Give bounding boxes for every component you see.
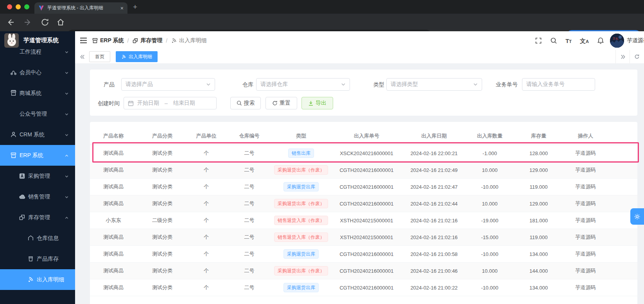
search-icon[interactable]: [550, 37, 557, 44]
minimize-window-icon[interactable]: [16, 4, 21, 9]
notification-bell-icon[interactable]: [597, 37, 604, 44]
column-header: 出入库数量: [463, 127, 516, 145]
start-date-placeholder[interactable]: 开始日期: [137, 100, 159, 107]
zoom-window-icon[interactable]: [24, 4, 29, 9]
table-row[interactable]: 测试商品测试分类个二号销售出库XSCK202402160000012024-02…: [90, 145, 637, 162]
cell: 芋道源码: [561, 279, 610, 296]
sidebar-item-7[interactable]: 销售管理: [0, 186, 75, 207]
cell: CGTH20240216000001: [328, 279, 405, 296]
product-select[interactable]: 请选择产品: [121, 78, 215, 91]
browser-tabstrip: 芋道管理系统 - 出入库明细 × +: [0, 0, 644, 14]
table-row[interactable]: 测试商品测试分类个二号采购退货出库（作废）CGTH202402160000012…: [90, 263, 637, 279]
font-size-icon[interactable]: TT: [565, 38, 572, 44]
chevron-up-icon: [65, 154, 69, 158]
breadcrumb-separator: /: [127, 38, 129, 44]
created-time-label: 创建时间: [98, 97, 120, 109]
sidebar-item-10[interactable]: 产品库存: [0, 249, 75, 269]
cell: [610, 145, 637, 162]
window-controls[interactable]: [7, 4, 29, 9]
browser-tab[interactable]: 芋道管理系统 - 出入库明细 ×: [34, 2, 127, 14]
type-tag-cell: 销售出库: [274, 145, 328, 162]
refresh-icon: [272, 100, 278, 106]
date-range-input[interactable]: 开始日期 – 结束日期: [124, 97, 217, 109]
cell: 小东东: [90, 212, 137, 229]
tab-stock-record[interactable]: 出入库明细: [116, 51, 158, 62]
cell: 测试分类: [137, 145, 188, 162]
forward-icon[interactable]: [23, 18, 32, 27]
sidebar-item-5[interactable]: ERP 系统: [0, 145, 75, 166]
type-tag-cell: 销售退货入库（作废）: [274, 229, 328, 246]
table-row[interactable]: 测试商品测试分类个二号采购退货出库CGTH202402160000012024-…: [90, 246, 637, 263]
warehouse-select[interactable]: 请选择仓库: [256, 78, 350, 91]
cell: 测试商品: [90, 229, 137, 246]
app-title: 芋道管理系统: [23, 37, 59, 44]
sale-icon: [19, 193, 25, 200]
type-select[interactable]: 请选择类型: [386, 78, 482, 91]
breadcrumb-item-record: 出入库明细: [171, 37, 206, 44]
cell: 二号: [225, 229, 274, 246]
app-logo-avatar: [4, 33, 19, 48]
export-button[interactable]: 导出: [301, 97, 333, 109]
home-icon[interactable]: [56, 18, 65, 27]
bizno-input[interactable]: 请输入业务单号: [522, 78, 595, 91]
new-tab-icon[interactable]: +: [133, 3, 137, 11]
type-tag-cell: 销售退货入库（作废）: [274, 212, 328, 229]
stock-icon: [19, 214, 25, 221]
cell: 2024-02-16 21:00:46: [405, 263, 463, 279]
table-row[interactable]: 小东东二级分类个二号销售退货入库（作废）XSTH2024021500000120…: [90, 212, 637, 229]
tab-refresh-icon[interactable]: [630, 50, 644, 63]
type-tag-cell: 采购退货出库: [274, 246, 328, 263]
type-tag-cell: 采购退货出库（作废）: [274, 263, 328, 279]
user-menu[interactable]: 文化 芋道源码: [610, 31, 644, 50]
sidebar-item-1[interactable]: 会员中心: [0, 62, 75, 83]
sidebar-item-8[interactable]: 库存管理: [0, 207, 75, 228]
table-row[interactable]: 测试商品测试分类个二号采购退货出库（作废）CGTH202402160000012…: [90, 162, 637, 179]
cell: [610, 162, 637, 179]
breadcrumb-item-erp[interactable]: ERP 系统: [92, 37, 124, 44]
breadcrumb-item-stock[interactable]: 库存管理: [132, 37, 162, 44]
menu-fold-icon[interactable]: [80, 37, 87, 44]
cell: 芋道源码: [561, 229, 610, 246]
type-tag: 采购退货出库（作废）: [274, 165, 328, 175]
table-row[interactable]: 测试商品测试分类个二号销售退货入库（作废）XSTH202402150000012…: [90, 229, 637, 246]
tab-close-icon[interactable]: ×: [120, 5, 124, 11]
cell: 芋道源码: [561, 195, 610, 212]
cell: 二号: [225, 179, 274, 195]
sidebar-item-6[interactable]: 采购管理: [0, 166, 75, 186]
cell: 测试分类: [137, 246, 188, 263]
sidebar-item-9[interactable]: 仓库信息: [0, 228, 75, 249]
locale-icon[interactable]: 文A: [580, 38, 589, 44]
table-row[interactable]: 测试商品测试分类个二号采购退货出库CGTH202402160000012024-…: [90, 179, 637, 195]
sidebar-item-4[interactable]: CRM 系统: [0, 124, 75, 145]
close-window-icon[interactable]: [7, 4, 12, 9]
cell: [610, 229, 637, 246]
table-row[interactable]: 测试商品测试分类个二号采购退货出库（作废）CGTH202402160000012…: [90, 195, 637, 212]
filter-panel: 产品 请选择产品 仓库 请选择仓库 类型 请选择类型 业务单号 请输入业务单号 …: [90, 70, 637, 116]
calendar-icon: [128, 100, 134, 106]
tabs-scroll-left-icon[interactable]: [77, 50, 88, 63]
search-button[interactable]: 搜索: [230, 97, 261, 109]
type-tag: 采购退货出库: [283, 283, 319, 292]
sidebar-item-label: 采购管理: [28, 173, 50, 180]
chevron-down-icon: [65, 133, 69, 137]
tabs-scroll-right-icon[interactable]: [615, 50, 630, 63]
floating-settings-button[interactable]: [630, 208, 644, 225]
record-icon: [27, 276, 34, 283]
reload-icon[interactable]: [41, 18, 49, 27]
reset-button[interactable]: 重置: [265, 97, 297, 109]
column-header: 库存量: [516, 127, 561, 145]
table-row[interactable]: 测试商品测试分类个二号采购退货出库CGTH202402160000012024-…: [90, 279, 637, 296]
app-logo[interactable]: 芋道管理系统: [0, 31, 75, 49]
sidebar-item-2[interactable]: 商城系统: [0, 83, 75, 104]
tab-home[interactable]: 首页: [89, 51, 110, 62]
sidebar-item-3[interactable]: 公众号管理: [0, 104, 75, 124]
end-date-placeholder[interactable]: 结束日期: [173, 100, 195, 107]
chevron-up-icon: [65, 216, 69, 220]
back-icon[interactable]: [6, 18, 15, 27]
type-tag: 销售出库: [288, 148, 314, 158]
sidebar-item-11[interactable]: 出入库明细: [0, 269, 75, 290]
cell: [610, 263, 637, 279]
fullscreen-icon[interactable]: [535, 37, 542, 44]
cell: CGTH20240216000001: [328, 246, 405, 263]
cell: [610, 279, 637, 296]
